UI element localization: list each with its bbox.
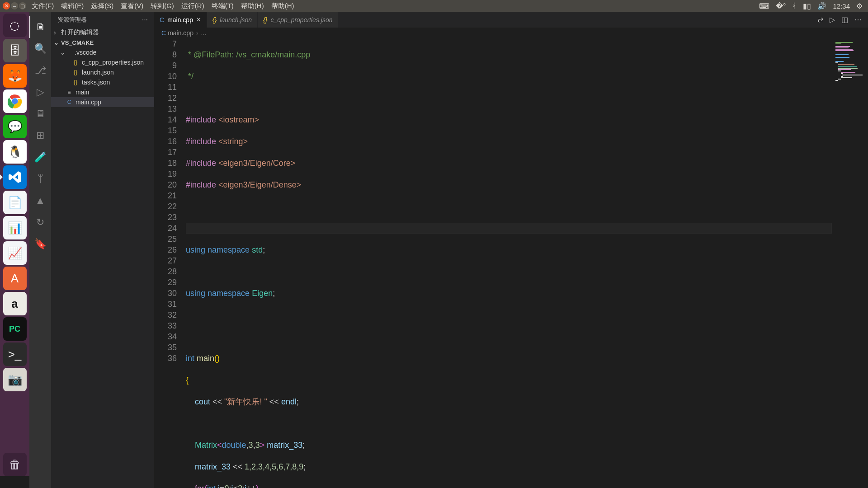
activity-bar: 🗎 🔍 ⎇ ▷ 🖥 ⊞ 🧪 ᛘ ▲ ↻ 🔖 ⚙ — [29, 12, 51, 488]
files-icon[interactable]: 🗄 — [3, 39, 27, 62]
line-gutter: 7891011121314151617181920212223242526272… — [154, 38, 186, 488]
gear-icon[interactable]: ⚙ — [856, 2, 863, 10]
menu-run[interactable]: 运行(R) — [181, 2, 204, 10]
cmake-icon[interactable]: ▲ — [29, 190, 51, 211]
file-main-cpp[interactable]: Cmain.cpp — [51, 97, 154, 107]
folder-vscode[interactable]: ⌄.vscode — [51, 47, 154, 57]
remote-explorer-icon[interactable]: 🖥 — [29, 103, 51, 125]
json-icon: {} — [212, 16, 217, 23]
open-editors-section[interactable]: ›打开的编辑器 — [51, 28, 154, 38]
search-icon[interactable]: 🔍 — [29, 38, 51, 60]
folder-icon — [67, 49, 75, 56]
battery-icon[interactable]: ▮▯ — [803, 2, 811, 10]
cpp-icon: C — [161, 29, 166, 37]
terminal-icon[interactable]: >_ — [3, 343, 27, 366]
bookmark-icon[interactable]: 🔖 — [29, 233, 51, 255]
cpp-icon: C — [66, 99, 73, 106]
json-icon: {} — [72, 69, 79, 76]
explorer-title: 资源管理器 ⋯ — [51, 12, 154, 28]
menu-select[interactable]: 选择(S) — [91, 2, 113, 10]
minimap[interactable] — [832, 38, 868, 488]
menu-go[interactable]: 转到(G) — [151, 2, 174, 10]
system-tray: ⌨ �° ᚼ ▮▯ 🔊 12:34 ⚙ — [759, 2, 868, 10]
amazon-icon[interactable]: a — [3, 292, 27, 315]
json-icon: {} — [72, 59, 79, 66]
run-debug-icon[interactable]: ▷ — [29, 81, 51, 103]
impress-icon[interactable]: 📈 — [3, 241, 27, 265]
menu-edit[interactable]: 编辑(E) — [61, 2, 84, 10]
breadcrumb[interactable]: C main.cpp›... — [154, 28, 868, 38]
compare-icon[interactable]: ⇄ — [817, 15, 823, 24]
editor-area: Cmain.cpp✕ {}launch.json {}c_cpp_propert… — [154, 12, 868, 488]
test-icon[interactable]: 🧪 — [29, 146, 51, 168]
qq-icon[interactable]: 🐧 — [3, 140, 27, 164]
maximize-icon[interactable]: ▢ — [19, 2, 26, 9]
window-controls: ✕ – ▢ — [0, 2, 29, 9]
more-icon[interactable]: ⋯ — [142, 16, 148, 23]
extensions-icon[interactable]: ⊞ — [29, 125, 51, 146]
menu-terminal[interactable]: 终端(T) — [212, 2, 234, 10]
tab-main-cpp[interactable]: Cmain.cpp✕ — [154, 12, 207, 28]
code-body[interactable]: * @FilePath: /vs_cmake/main.cpp */ #incl… — [186, 38, 832, 488]
writer-icon[interactable]: 📄 — [3, 191, 27, 214]
calc-icon[interactable]: 📊 — [3, 216, 27, 239]
close-icon[interactable]: ✕ — [3, 2, 10, 9]
project-section[interactable]: ⌄VS_CMAKE — [51, 38, 154, 47]
sync-icon[interactable]: ↻ — [29, 211, 51, 233]
pycharm-icon[interactable]: PC — [3, 317, 27, 341]
close-tab-icon[interactable]: ✕ — [196, 16, 201, 23]
explorer-icon[interactable]: 🗎 — [29, 16, 51, 38]
ubuntu-launcher: ◌ 🗄 🦊 💬 🐧 📄 📊 📈 A a PC >_ 📷 🗑 — [0, 12, 29, 476]
dash-icon[interactable]: ◌ — [3, 14, 27, 37]
menu-help-2[interactable]: 帮助(H) — [271, 2, 294, 10]
more-icon[interactable]: ⋯ — [854, 15, 862, 24]
tab-ccpp[interactable]: {}c_cpp_properties.json — [258, 12, 338, 28]
run-icon[interactable]: ▷ — [830, 15, 835, 24]
software-center-icon[interactable]: A — [3, 267, 27, 290]
tab-launch[interactable]: {}launch.json — [207, 12, 258, 28]
editor-tabs: Cmain.cpp✕ {}launch.json {}c_cpp_propert… — [154, 12, 868, 28]
wechat-icon[interactable]: 💬 — [3, 115, 27, 138]
vscode-window: 🗎 🔍 ⎇ ▷ 🖥 ⊞ 🧪 ᛘ ▲ ↻ 🔖 ⚙ 资源管理器 ⋯ — [29, 12, 868, 476]
menu-help[interactable]: 帮助(H) — [241, 2, 264, 10]
keyboard-icon[interactable]: ⌨ — [759, 2, 769, 10]
vscode-icon[interactable] — [3, 165, 27, 189]
file-ccpp[interactable]: {}c_cpp_properties.json — [51, 57, 154, 67]
file-tasks[interactable]: {}tasks.json — [51, 77, 154, 87]
screenshot-icon[interactable]: 📷 — [3, 368, 27, 391]
git-graph-icon[interactable]: ᛘ — [29, 168, 51, 190]
code-editor[interactable]: 7891011121314151617181920212223242526272… — [154, 38, 868, 488]
chrome-icon[interactable] — [3, 89, 27, 113]
menu-file[interactable]: 文件(F) — [32, 2, 54, 10]
bluetooth-icon[interactable]: ᚼ — [792, 2, 797, 10]
app-menu: 文件(F) 编辑(E) 选择(S) 查看(V) 转到(G) 运行(R) 终端(T… — [29, 2, 294, 10]
clock[interactable]: 12:34 — [833, 2, 850, 10]
volume-icon[interactable]: 🔊 — [817, 2, 826, 10]
trash-icon[interactable]: 🗑 — [3, 453, 27, 476]
json-icon: {} — [263, 16, 267, 23]
file-launch[interactable]: {}launch.json — [51, 67, 154, 77]
cpp-icon: C — [160, 16, 164, 23]
json-icon: {} — [72, 79, 79, 86]
menu-view[interactable]: 查看(V) — [121, 2, 143, 10]
split-icon[interactable]: ◫ — [841, 15, 848, 24]
os-top-bar: ✕ – ▢ 文件(F) 编辑(E) 选择(S) 查看(V) 转到(G) 运行(R… — [0, 0, 868, 12]
firefox-icon[interactable]: 🦊 — [3, 64, 27, 88]
minimize-icon[interactable]: – — [11, 2, 18, 9]
binary-icon: ≡ — [66, 89, 73, 96]
source-control-icon[interactable]: ⎇ — [29, 60, 51, 81]
wifi-icon[interactable]: �° — [776, 2, 786, 10]
explorer-sidebar: 资源管理器 ⋯ ›打开的编辑器 ⌄VS_CMAKE ⌄.vscode {}c_c… — [51, 12, 154, 488]
file-main-bin[interactable]: ≡main — [51, 87, 154, 97]
